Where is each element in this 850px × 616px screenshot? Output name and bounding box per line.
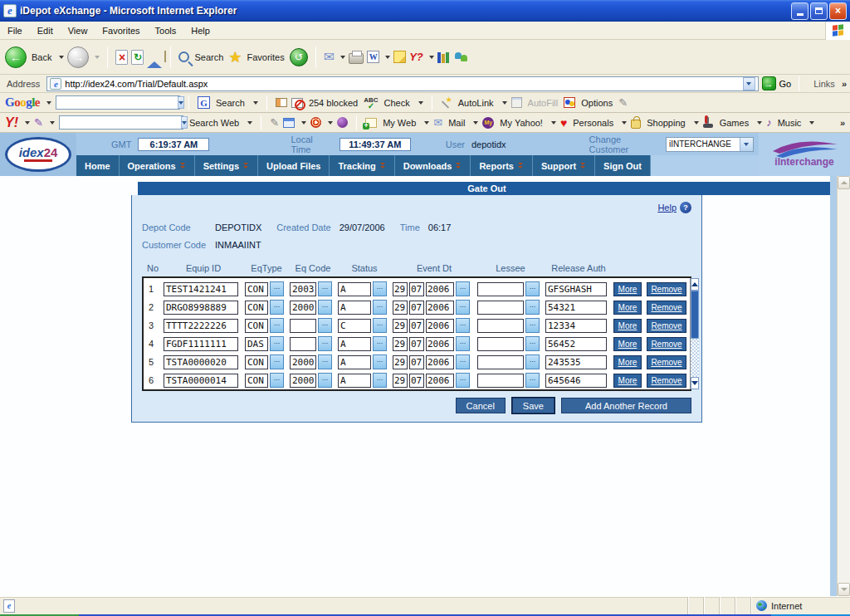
yahoo-logo-dropdown-icon[interactable] bbox=[25, 121, 30, 125]
search-web-button[interactable]: Search Web bbox=[189, 118, 239, 128]
eq-type-input[interactable] bbox=[245, 319, 268, 333]
nav-tracking[interactable]: Tracking bbox=[330, 155, 394, 176]
lessee-input[interactable] bbox=[477, 319, 524, 333]
yahoo-logo[interactable]: Y! bbox=[5, 115, 18, 130]
eq-code-input[interactable] bbox=[290, 301, 316, 315]
equip-id-input[interactable] bbox=[164, 282, 238, 296]
nav-downloads[interactable]: Downloads bbox=[395, 155, 471, 176]
status-input[interactable] bbox=[338, 374, 371, 388]
eq-type-lookup-button[interactable]: ... bbox=[270, 281, 284, 296]
messenger-button[interactable] bbox=[454, 51, 469, 63]
page-scroll-down-button[interactable] bbox=[838, 583, 850, 596]
lessee-lookup-button[interactable]: ... bbox=[525, 281, 540, 296]
lessee-lookup-button[interactable]: ... bbox=[525, 354, 540, 369]
remove-button[interactable]: Remove bbox=[647, 319, 686, 333]
eq-type-lookup-button[interactable]: ... bbox=[270, 300, 284, 315]
status-lookup-button[interactable]: ... bbox=[373, 354, 387, 369]
eq-type-input[interactable] bbox=[245, 301, 268, 315]
status-input[interactable] bbox=[338, 319, 371, 333]
event-year-input[interactable] bbox=[426, 337, 454, 351]
menu-file[interactable]: File bbox=[0, 23, 30, 38]
home-button[interactable] bbox=[147, 51, 163, 65]
release-auth-input[interactable] bbox=[545, 282, 607, 296]
status-input[interactable] bbox=[338, 301, 371, 315]
mail-button[interactable]: ✉ bbox=[324, 49, 335, 65]
eq-type-lookup-button[interactable]: ... bbox=[270, 318, 284, 333]
remove-button[interactable]: Remove bbox=[647, 355, 686, 369]
eq-code-lookup-button[interactable]: ... bbox=[318, 318, 332, 333]
yahoo-services-button[interactable]: Y? bbox=[409, 51, 423, 63]
favorites-label[interactable]: Favorites bbox=[247, 52, 284, 62]
more-button[interactable]: More bbox=[613, 374, 642, 388]
lessee-input[interactable] bbox=[477, 374, 524, 388]
status-lookup-button[interactable]: ... bbox=[373, 373, 387, 388]
yahoo-search-input[interactable] bbox=[60, 117, 181, 128]
event-month-input[interactable] bbox=[409, 282, 424, 296]
release-auth-input[interactable] bbox=[545, 337, 607, 351]
research-button[interactable] bbox=[437, 51, 451, 63]
popup-blocker-icon[interactable] bbox=[291, 98, 303, 108]
event-date-lookup-button[interactable]: ... bbox=[456, 281, 470, 296]
edit-with-word-button[interactable]: W bbox=[367, 51, 379, 63]
remove-button[interactable]: Remove bbox=[647, 337, 686, 351]
release-auth-input[interactable] bbox=[545, 355, 607, 369]
nav-upload-files[interactable]: Upload Files bbox=[258, 155, 330, 176]
customer-select[interactable]: iINTERCHANGE bbox=[666, 137, 754, 152]
more-button[interactable]: More bbox=[613, 355, 642, 369]
highlighter-icon[interactable]: ✎ bbox=[618, 96, 628, 109]
equip-id-input[interactable] bbox=[164, 319, 238, 333]
search-web-dropdown-icon[interactable] bbox=[247, 121, 252, 125]
address-dropdown-button[interactable] bbox=[743, 77, 755, 90]
remove-button[interactable]: Remove bbox=[647, 282, 686, 296]
yahoo-pencil-dropdown-icon[interactable] bbox=[50, 121, 55, 125]
shopping-dropdown-icon[interactable] bbox=[694, 121, 699, 125]
event-date-lookup-button[interactable]: ... bbox=[456, 318, 470, 333]
restore-button[interactable] bbox=[810, 2, 828, 20]
lessee-lookup-button[interactable]: ... bbox=[525, 300, 540, 315]
yahoo-window-icon[interactable] bbox=[283, 118, 295, 128]
google-logo[interactable]: Google bbox=[5, 95, 40, 110]
favorites-star-icon[interactable]: ★ bbox=[228, 48, 242, 66]
status-lookup-button[interactable]: ... bbox=[373, 281, 387, 296]
eq-code-lookup-button[interactable]: ... bbox=[318, 281, 332, 296]
google-search-input[interactable] bbox=[56, 97, 178, 108]
nav-operations[interactable]: Operations bbox=[120, 155, 195, 176]
scroll-thumb[interactable] bbox=[691, 291, 699, 339]
event-day-input[interactable] bbox=[393, 319, 408, 333]
games-button[interactable]: Games bbox=[720, 118, 749, 128]
event-day-input[interactable] bbox=[393, 374, 408, 388]
yahoo-highlight-icon[interactable]: ✎ bbox=[270, 116, 279, 129]
antispy-icon[interactable] bbox=[337, 117, 348, 128]
status-lookup-button[interactable]: ... bbox=[373, 318, 387, 333]
forward-button[interactable]: → bbox=[67, 46, 89, 68]
links-label[interactable]: Links bbox=[813, 79, 835, 89]
yahoo-services-dropdown-icon[interactable] bbox=[429, 56, 434, 59]
more-button[interactable]: More bbox=[613, 337, 642, 351]
event-month-input[interactable] bbox=[409, 319, 424, 333]
table-scrollbar[interactable] bbox=[690, 278, 699, 389]
eq-code-lookup-button[interactable]: ... bbox=[318, 373, 332, 388]
lessee-input[interactable] bbox=[477, 282, 524, 296]
stop-button[interactable]: × bbox=[115, 50, 128, 65]
check-dropdown-icon[interactable] bbox=[418, 101, 423, 105]
address-field[interactable]: e http://idex24.com/Trial/Default.aspx bbox=[46, 76, 758, 91]
history-button[interactable]: ↺ bbox=[290, 48, 308, 66]
edit-dropdown-icon[interactable] bbox=[385, 56, 390, 59]
scroll-track[interactable] bbox=[691, 339, 699, 377]
nav-home[interactable]: Home bbox=[76, 155, 120, 176]
spellcheck-icon[interactable]: ABC✓ bbox=[364, 97, 378, 109]
autolink-button[interactable]: AutoLink bbox=[458, 98, 494, 108]
my-yahoo-icon[interactable]: My bbox=[482, 117, 494, 129]
search-icon[interactable] bbox=[178, 51, 189, 62]
shopping-button[interactable]: Shopping bbox=[647, 118, 686, 128]
close-button[interactable]: × bbox=[829, 2, 847, 20]
menu-tools[interactable]: Tools bbox=[148, 23, 184, 38]
yahoo-mail-dropdown-icon[interactable] bbox=[473, 121, 478, 125]
my-web-button[interactable]: My Web bbox=[383, 118, 416, 128]
lessee-input[interactable] bbox=[477, 355, 524, 369]
event-year-input[interactable] bbox=[426, 282, 454, 296]
google-search-button[interactable]: Search bbox=[216, 98, 245, 108]
pagerank-icon[interactable] bbox=[276, 98, 287, 107]
eq-code-input[interactable] bbox=[290, 319, 316, 333]
status-lookup-button[interactable]: ... bbox=[373, 336, 387, 351]
